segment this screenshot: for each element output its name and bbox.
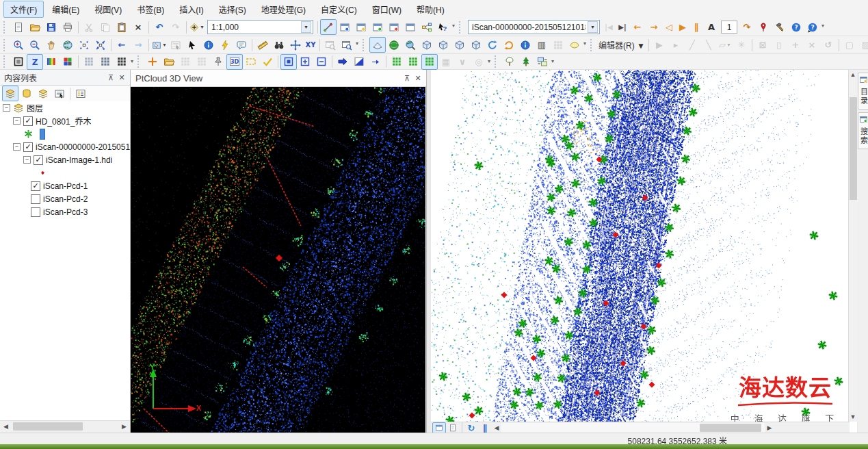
play-images-icon[interactable]: ▶ <box>676 19 689 35</box>
edit-vertices-icon[interactable]: ⊠ <box>754 37 771 53</box>
tab-catalog[interactable]: 目录 <box>858 73 868 110</box>
pan-icon[interactable] <box>43 37 60 53</box>
redo-icon[interactable]: ↷ <box>168 19 184 35</box>
tree-row-layer-iscan-pcd-3[interactable]: iScan-Pcd-3 <box>0 205 130 218</box>
menu-item-8[interactable]: 自定义(C) <box>314 1 364 18</box>
undo-icon[interactable]: ↶ <box>151 19 168 35</box>
gray-v-icon[interactable]: ∨ <box>454 54 471 70</box>
sketch-curve-icon[interactable]: ╲ <box>700 37 717 53</box>
map-2d-canvas[interactable] <box>431 70 848 422</box>
box-full-icon[interactable] <box>280 54 297 70</box>
forward-extent-icon[interactable]: → <box>130 37 146 53</box>
toc-options-icon[interactable] <box>73 86 89 101</box>
editor-sketch-icon[interactable] <box>320 19 337 35</box>
tree-outline-icon[interactable] <box>501 54 518 70</box>
snap-icon[interactable]: ✳ <box>733 37 750 53</box>
clear-selection-icon[interactable] <box>168 37 184 53</box>
layer-checkbox[interactable]: ✓ <box>23 142 33 152</box>
add-data-icon[interactable]: ▼ <box>189 19 205 35</box>
go-to-xy-icon[interactable]: XY <box>304 37 317 53</box>
tree-row-hd-0801-symbol[interactable] <box>0 127 130 140</box>
sketch-props-icon[interactable]: ▨ <box>858 37 868 53</box>
toolbar-overflow-icon[interactable]: ▾ <box>551 58 554 64</box>
iso-view-icon[interactable] <box>419 37 435 53</box>
toc-hscrollbar[interactable]: ◀ ▶ <box>0 420 130 433</box>
pause-images-icon[interactable]: ∥ <box>689 19 703 35</box>
tree-row-layer-iscan-project[interactable]: −✓iScan-00000000-20150512101800 <box>0 140 130 153</box>
scroll-thumb[interactable] <box>700 424 761 432</box>
image-index-field[interactable]: 1 <box>721 21 737 34</box>
back-image-icon[interactable]: ← <box>629 19 646 35</box>
toolbar-grip[interactable] <box>363 39 367 51</box>
layer-label[interactable]: iScan-Pcd-1 <box>43 181 88 191</box>
scroll-up-icon[interactable]: ▲ <box>849 70 857 79</box>
scroll-left-icon[interactable]: ◀ <box>492 422 501 433</box>
point-grid-mid-icon[interactable] <box>97 54 114 70</box>
toc-drawing-order-icon[interactable] <box>2 86 18 101</box>
pin-panel-icon[interactable]: ⊼ <box>105 72 116 83</box>
map-hscrollbar[interactable] <box>501 423 765 433</box>
refresh-blue-icon[interactable] <box>484 37 501 53</box>
open-document-icon[interactable] <box>27 19 43 35</box>
menu-item-3[interactable]: 视图(V) <box>88 1 129 18</box>
close-panel-icon[interactable]: ✕ <box>412 73 423 84</box>
add-section-icon[interactable] <box>144 54 161 70</box>
layout-view-icon[interactable] <box>446 422 460 433</box>
layer-label[interactable]: 图层 <box>27 102 43 114</box>
vertical-bars-icon[interactable]: ▥ <box>534 37 550 53</box>
menu-item-5[interactable]: 插入(I) <box>172 1 210 18</box>
pan-3d-icon[interactable] <box>369 37 386 53</box>
toolbar-grip[interactable] <box>3 21 8 34</box>
last-image-icon[interactable]: ▶| <box>616 19 629 35</box>
layer-checkbox[interactable]: ✓ <box>31 181 40 191</box>
rgb-color-icon[interactable] <box>60 54 76 70</box>
zoom-3d-icon[interactable] <box>402 37 419 53</box>
zoom-in-icon[interactable] <box>10 37 27 53</box>
toc-visibility-icon[interactable] <box>35 86 51 101</box>
blue-arrow-icon[interactable] <box>334 54 351 70</box>
z-color-icon[interactable]: Z <box>27 54 43 70</box>
point-grid-light-icon[interactable] <box>81 54 97 70</box>
tree-row-iscan-image-symbol[interactable] <box>0 166 130 179</box>
pick-tool-icon[interactable] <box>772 19 788 35</box>
midpoint-icon[interactable]: + <box>787 37 804 53</box>
delete-icon[interactable]: × <box>130 19 146 35</box>
layer-checkbox[interactable] <box>31 194 40 204</box>
gray-circle-icon[interactable]: ◎ <box>471 54 487 70</box>
layer-checkbox[interactable]: ✓ <box>34 155 43 165</box>
tab-search[interactable]: 搜索 <box>858 112 868 149</box>
gray-grid-icon[interactable]: ▦ <box>438 54 454 70</box>
collapse-icon[interactable]: − <box>23 156 31 164</box>
model-builder-icon[interactable] <box>419 19 435 35</box>
pause-drawing-icon[interactable]: ∥ <box>478 422 492 433</box>
toolbox-window-icon[interactable] <box>386 19 402 35</box>
tree-row-layer-iscan-image-1[interactable]: −✓iScan-Image-1.hdi <box>0 153 130 166</box>
scroll-right-icon[interactable]: ▶ <box>765 422 774 433</box>
camera-pose-icon[interactable]: A <box>703 19 720 35</box>
box-zoom-in-icon[interactable] <box>297 54 313 70</box>
free-view-icon[interactable] <box>468 37 484 53</box>
green-grid1-icon[interactable] <box>389 54 405 70</box>
measure-icon[interactable] <box>254 37 271 53</box>
view-3d-icon[interactable]: 3D <box>226 54 243 70</box>
tree-green-icon[interactable] <box>518 54 534 70</box>
edit-tool-icon[interactable]: ▸ <box>668 37 684 53</box>
first-image-icon[interactable]: |◀ <box>602 19 616 35</box>
paste-icon[interactable] <box>114 19 130 35</box>
map-vscrollbar[interactable]: ▲ ▼ <box>848 70 858 422</box>
red-diamond-symbol[interactable] <box>39 169 47 177</box>
sketch-line-icon[interactable]: ╱ <box>684 37 700 53</box>
bw-display-icon[interactable] <box>10 54 27 70</box>
reshape-icon[interactable]: ▯ <box>771 37 787 53</box>
toc-selection-icon[interactable] <box>51 86 68 101</box>
scroll-left-icon[interactable]: ◀ <box>0 421 12 432</box>
print-icon[interactable] <box>60 19 76 35</box>
dropdown-caret-icon[interactable]: ▼ <box>588 21 598 33</box>
drop-marker-icon[interactable] <box>755 19 772 35</box>
grid-disabled-icon[interactable] <box>177 54 194 70</box>
layer-label[interactable]: iScan-Pcd-2 <box>43 194 88 204</box>
toolbar-overflow-icon[interactable]: ▾ <box>821 23 824 29</box>
green-grid3-icon[interactable] <box>421 54 438 70</box>
layer-label[interactable]: iScan-Image-1.hdi <box>46 155 112 165</box>
context-help-icon[interactable]: ? <box>804 19 821 35</box>
